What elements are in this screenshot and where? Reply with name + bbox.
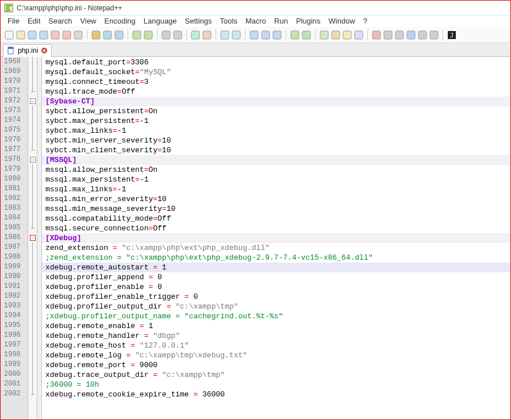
toolbar-copy-icon[interactable]: [102, 30, 113, 40]
toolbar-show-all-icon[interactable]: [260, 30, 271, 40]
menu-settings[interactable]: Settings: [185, 17, 212, 25]
code-line[interactable]: sybct.min_server_severity=10: [42, 136, 510, 145]
toolbar-replace-icon[interactable]: [172, 30, 183, 40]
svg-rect-5: [17, 31, 25, 39]
toolbar-save-icon[interactable]: [27, 30, 37, 40]
toolbar-play2-icon[interactable]: [394, 30, 405, 40]
line-number: 1983: [1, 203, 28, 213]
menu-edit[interactable]: Edit: [28, 17, 40, 25]
file-tab[interactable]: php.ini: [3, 44, 52, 57]
code-line[interactable]: xdebug.remote_autostart = 1: [42, 263, 510, 272]
fold-marker[interactable]: −: [28, 155, 37, 164]
toolbar-zoom-out-icon[interactable]: [202, 30, 212, 40]
code-line[interactable]: mssql.min_error_severity=10: [42, 194, 510, 204]
code-line[interactable]: xdebug.profiler_append = 0: [42, 272, 510, 282]
line-number: 1971: [1, 86, 28, 96]
code-line[interactable]: xdebug.profiler_enable_trigger = 0: [42, 292, 510, 302]
code-line[interactable]: xdebug.profiler_output_dir = "c:\xampp\t…: [42, 302, 510, 311]
toolbar-folder-icon[interactable]: [331, 30, 341, 40]
code-line[interactable]: ;zend_extension = "c:\xampp\php\ext\php_…: [42, 253, 510, 263]
code-line[interactable]: ;36000 = 10h: [42, 380, 510, 390]
toolbar-open-icon[interactable]: [16, 30, 26, 40]
fold-marker: [28, 242, 37, 252]
code-line[interactable]: sybct.min_client_severity=10: [42, 145, 510, 155]
toolbar-close-all-icon[interactable]: [62, 30, 72, 40]
code-line[interactable]: xdebug.remote_enable = 1: [42, 321, 510, 331]
menu-tools[interactable]: Tools: [220, 17, 237, 25]
line-number: 1974: [1, 115, 28, 125]
fold-marker: [28, 350, 37, 360]
code-line[interactable]: xdebug.remote_handler = "dbgp": [42, 331, 510, 341]
toolbar-j-icon[interactable]: J: [447, 30, 457, 40]
code-line[interactable]: mssql.secure_connection=Off: [42, 224, 510, 233]
code-line[interactable]: mssql.compatability_mode=Off: [42, 214, 510, 224]
toolbar-print-icon[interactable]: [73, 30, 83, 40]
toolbar-outdent-icon[interactable]: [290, 30, 300, 40]
menu-plugins[interactable]: Plugins: [296, 17, 321, 25]
toolbar-doc-icon[interactable]: [319, 30, 329, 40]
menu-view[interactable]: View: [80, 17, 97, 25]
toolbar-pilcrow-icon[interactable]: [301, 30, 312, 40]
fold-marker: [28, 106, 37, 115]
code-line[interactable]: sybct.max_links=-1: [42, 126, 510, 136]
editor[interactable]: 1968196919701971197219731974197519761977…: [1, 57, 510, 419]
svg-rect-13: [115, 31, 123, 39]
menu-search[interactable]: Search: [48, 17, 72, 25]
toolbar-new-icon[interactable]: [4, 30, 14, 40]
svg-rect-25: [291, 31, 299, 39]
fold-marker[interactable]: −: [28, 96, 37, 106]
code-line[interactable]: xdebug.remote_host = "127.0.0.1": [42, 341, 510, 350]
toolbar-sync-icon[interactable]: [220, 30, 230, 40]
svg-rect-35: [418, 31, 427, 39]
code-line[interactable]: xdebug.remote_log = "c:\xampp\tmp\xdebug…: [42, 350, 510, 360]
toolbar-wrap-icon[interactable]: [231, 30, 241, 40]
code-line[interactable]: [XDebug]: [42, 233, 510, 243]
code-line[interactable]: xdebug.profiler_enable = 0: [42, 282, 510, 292]
toolbar-indent-icon[interactable]: [272, 30, 282, 40]
toolbar-stop-icon[interactable]: [371, 30, 382, 40]
code-line[interactable]: mssql.max_links=-1: [42, 184, 510, 194]
toolbar-wrap2-icon[interactable]: [249, 30, 259, 40]
menu-run[interactable]: Run: [274, 17, 288, 25]
code-line[interactable]: mssql.allow_persistent=On: [42, 165, 510, 175]
toolbar-cut-icon[interactable]: [91, 30, 101, 40]
code-line[interactable]: xdebug.trace_output_dir = "c:\xampp\tmp": [42, 370, 510, 380]
code-line[interactable]: xdebug.remote_cookie_expire_time = 36000: [42, 390, 510, 399]
code-line[interactable]: mysql.default_port=3306: [42, 57, 510, 67]
fold-marker[interactable]: −: [28, 233, 37, 242]
toolbar-paste-icon[interactable]: [114, 30, 124, 40]
toolbar-ff-icon[interactable]: [406, 30, 416, 40]
line-number: 1972: [1, 96, 28, 106]
menu-file[interactable]: File: [7, 17, 20, 25]
menu-macro[interactable]: Macro: [245, 17, 266, 25]
code-line[interactable]: mysql.connect_timeout=3: [42, 77, 510, 87]
toolbar-save-all-icon[interactable]: [39, 30, 49, 40]
toolbar-redo-icon[interactable]: [143, 30, 153, 40]
toolbar-zoom-in-icon[interactable]: [190, 30, 201, 40]
code-line[interactable]: zend_extension = "c:\xampp\php\ext\php_x…: [42, 243, 510, 253]
close-icon[interactable]: [41, 47, 48, 54]
code-line[interactable]: xdebug.remote_port = 9000: [42, 360, 510, 370]
code-line[interactable]: ;xdebug.profiler_output_name = "cachegri…: [42, 311, 510, 321]
toolbar-find-icon[interactable]: [161, 30, 171, 40]
toolbar-list2-icon[interactable]: [429, 30, 439, 40]
toolbar-play-icon[interactable]: [383, 30, 393, 40]
code-line[interactable]: [MSSQL]: [42, 155, 510, 165]
code-line[interactable]: mysql.default_socket="MySQL": [42, 67, 510, 77]
code-line[interactable]: sybct.allow_persistent=On: [42, 106, 510, 116]
menu-help[interactable]: ?: [363, 17, 367, 25]
code-line[interactable]: [Sybase-CT]: [42, 97, 510, 106]
toolbar-undo-icon[interactable]: [132, 30, 142, 40]
menu-window[interactable]: Window: [329, 17, 355, 25]
code-line[interactable]: mysql.trace_mode=Off: [42, 87, 510, 97]
toolbar-close-icon[interactable]: [50, 30, 60, 40]
menu-encoding[interactable]: Encoding: [105, 17, 136, 25]
code-line[interactable]: mssql.min_message_severity=10: [42, 204, 510, 214]
code-area[interactable]: mysql.default_port=3306mysql.default_soc…: [42, 57, 510, 419]
menu-language[interactable]: Language: [144, 17, 177, 25]
code-line[interactable]: sybct.max_persistent=-1: [42, 116, 510, 126]
code-line[interactable]: mssql.max_persistent=-1: [42, 175, 510, 184]
toolbar-list-icon[interactable]: [417, 30, 428, 40]
toolbar-eye-icon[interactable]: [342, 30, 352, 40]
toolbar-rec-icon[interactable]: [354, 30, 364, 40]
